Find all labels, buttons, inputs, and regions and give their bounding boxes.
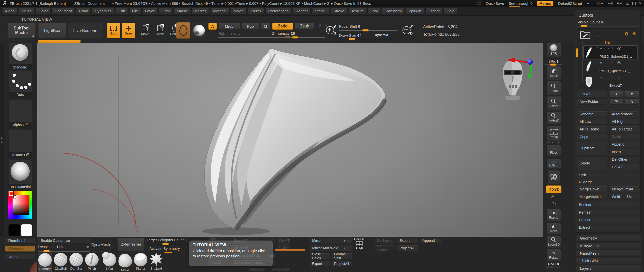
paste-button[interactable]: Paste [609,134,639,140]
default-zscript-button[interactable]: DefaultZScript [558,1,582,6]
menu-item[interactable]: Brush [19,8,34,14]
focal-shift-slider[interactable] [339,30,397,31]
subtool-row[interactable]: ⇄ ●● ◗ ◑ ✎ Extract7 [583,75,637,88]
close-icon[interactable]: × [639,1,641,6]
append-button[interactable]: Append [609,141,639,147]
actual-size-button[interactable]: Actual [546,96,561,110]
scroll-hatch-left[interactable] [249,267,266,271]
aahalf-button[interactable]: AAHalf [546,111,561,124]
copy-button[interactable]: Copy [577,134,608,140]
move-down-hierarchy-button[interactable]: ↳ [625,98,639,105]
see-through-slider[interactable]: See-through 0 [509,1,533,6]
focal-shift-handle[interactable] [362,29,369,31]
render-icon[interactable]: ◗ [603,61,605,64]
brush-slot-standard[interactable]: Standar [38,253,52,272]
double-button[interactable]: Double [5,254,35,260]
resolution-slider[interactable] [38,251,90,252]
list-all-button[interactable]: List All [577,91,608,97]
solo-icon[interactable]: ●● [600,47,601,50]
polypaint-brush-icon[interactable]: ✎ [611,76,613,79]
delete-button[interactable]: Delete [577,156,608,170]
zsub-button[interactable]: Zsub [295,23,314,30]
list-scroll-nub[interactable] [576,48,578,57]
menu-item[interactable]: Transform [382,8,405,14]
menu-item[interactable]: Render [293,8,311,14]
move-up-hierarchy-button[interactable]: ↷ [609,98,623,105]
zcut-button[interactable]: Zcut [319,24,327,28]
menu-item[interactable]: Light [159,8,173,14]
thumbnail-button[interactable]: Thumbnail [5,237,35,244]
dim-button[interactable]: DelMT [277,237,290,244]
brush-slot-claybuildup[interactable]: ClayBuil [53,253,68,272]
brush-slot-damstandard[interactable]: DamSta [69,253,84,272]
rotate-free-icon[interactable]: ↺ [550,194,554,200]
del-all-button[interactable]: Del All [609,164,639,170]
section-layers[interactable]: Layers [576,265,641,272]
tray-expand-icon[interactable]: ▶ [1,137,3,139]
split-section[interactable]: Split [576,172,640,178]
project-section[interactable]: Project [576,217,640,223]
mirror-axis-toggles[interactable]: xyz [344,239,350,242]
local-symmetry-button[interactable]: ←|→ L.Sym [546,159,561,169]
del-lower-button[interactable]: Del Lower [374,237,395,244]
left-tray-divider[interactable]: ▶ ▶ [0,43,4,237]
visibility-eye-icon[interactable] [617,47,621,50]
menu-item[interactable]: Document [52,8,74,14]
rotate-canvas-button[interactable]: ↻ Rotate [546,249,561,261]
lightbox-button[interactable]: LightBox [38,23,66,38]
menu-item[interactable]: Zscript [425,8,442,14]
sv-selector[interactable] [13,195,16,198]
quicksave-button[interactable]: QuickSave [486,1,504,6]
close-holes-button[interactable]: Close Holes [309,253,330,259]
all-to-target-button[interactable]: All To Target [609,126,639,132]
boolean-section[interactable]: Boolean [576,202,640,208]
menu-item[interactable]: Picker [248,8,264,14]
move-gyro-button[interactable]: Move Move [139,23,151,38]
subtool-up-button[interactable]: ▲ [609,91,623,97]
hidden-slider-bar[interactable] [275,249,305,251]
current-stroke-tile[interactable]: Dots [8,71,32,98]
merge-down-button[interactable]: MergeDown [577,186,608,192]
polypaint-brush-icon[interactable]: ✎ [611,61,613,64]
rotate-z-icon[interactable]: ↺z [551,201,556,206]
append-right-button[interactable]: Append [420,237,442,244]
remesh-section[interactable]: Remesh [576,209,640,215]
visible-count-handle[interactable] [581,25,587,27]
target-polygons-handle[interactable] [162,243,169,245]
render-icon[interactable]: ◗ [603,76,605,79]
mirror-weld-axis-toggles[interactable]: xyz [344,247,350,250]
contrast-icon[interactable]: ◑ [607,47,609,50]
rename-button[interactable]: Rename [577,111,608,117]
move-canvas-button[interactable]: Move [546,223,561,235]
current-alpha-tile[interactable]: Alpha Off [8,100,32,128]
dynamesh-section[interactable]: DynaMesh [91,237,111,252]
sculpt-model[interactable] [37,43,543,237]
current-brush-tile[interactable]: Standard [8,42,32,69]
weld-button[interactable]: Weld [609,194,623,200]
scroll-hatch-right[interactable] [272,267,289,271]
menu-item[interactable]: Draw [76,8,91,14]
folder-name[interactable]: Hair [577,40,639,44]
mirror-and-weld-button[interactable]: Mirror And Weld xyz [309,245,353,251]
shelf-scrollbar[interactable]: ▲▼ [249,267,292,271]
draw-size-slider[interactable] [339,39,397,39]
menu-item[interactable]: Material [210,8,229,14]
palette-cycle-left-icon[interactable]: ◄|||| [586,2,593,5]
minimize-icon[interactable]: ∨ [626,2,629,5]
m-button[interactable]: M [261,23,270,30]
frame-button[interactable]: Frame [546,209,561,221]
window-set-left-icon[interactable]: ◄▣ [607,2,613,5]
menu-item[interactable]: Tool [368,8,381,14]
visibility-eye-icon[interactable] [617,61,621,64]
rotate-on-axis-button[interactable]: ↺ XYZ [546,185,561,193]
del-other-button[interactable]: Del Other [609,156,639,162]
resolution-dot-icon[interactable] [87,246,89,248]
zremesher-button[interactable]: ZRemesher [118,237,144,251]
stroke-focal-icon[interactable]: S [326,25,336,35]
menu-item[interactable]: Help [444,8,457,14]
brush-slot-inflat[interactable]: Inflat [102,253,117,272]
subtool-folder-row[interactable]: 3 ⚙ [579,30,637,41]
contrast-icon[interactable]: ◑ [607,76,609,79]
menu-item[interactable]: Marker [191,8,209,14]
duplicate-button[interactable]: Duplicate [577,141,608,155]
